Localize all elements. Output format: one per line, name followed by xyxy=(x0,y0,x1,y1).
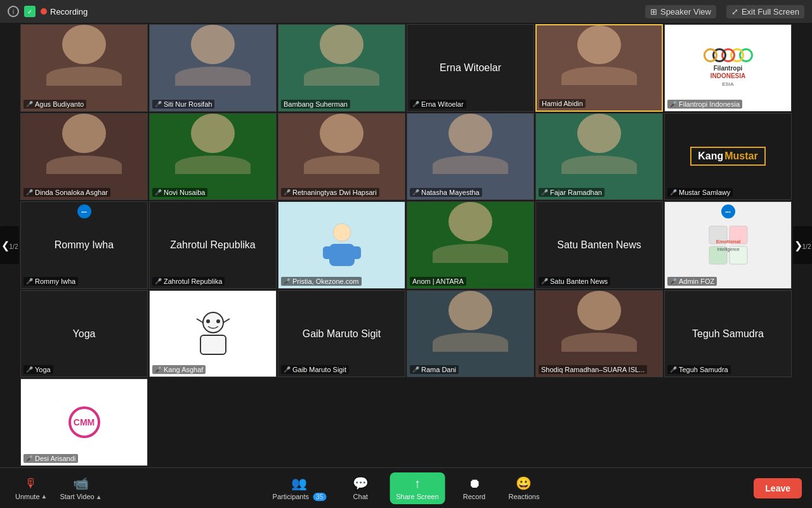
video-cell[interactable]: CMM 🎤Desi Arisandi xyxy=(20,378,148,466)
toolbar-right: Leave xyxy=(754,478,802,498)
mic-icon: 🎤 xyxy=(670,278,677,284)
exit-fullscreen-btn[interactable]: ⤢ Exit Full Screen xyxy=(726,5,804,18)
mic-icon: 🎤 xyxy=(412,189,419,196)
mic-icon: 🎤 xyxy=(155,366,162,373)
unmute-label: Unmute xyxy=(15,493,40,500)
chat-icon: 💬 xyxy=(353,476,369,491)
video-cell[interactable]: 🎤Dinda Sonaloka Asghar xyxy=(20,113,148,201)
mic-icon: 🎤 xyxy=(670,366,677,373)
video-cell[interactable]: Erna Witoelar 🎤Erna Witoelar xyxy=(407,24,534,112)
video-cell[interactable]: 🎤Novi Nusaiba xyxy=(149,113,277,201)
participants-label: Participants 35 xyxy=(273,493,327,500)
leave-button[interactable]: Leave xyxy=(754,478,802,498)
top-bar: i ✓ Recording ⊞ Speaker View ⤢ Exit Full… xyxy=(0,0,812,23)
participant-name-label: 🎤Agus Budiyanto xyxy=(23,100,86,109)
video-cell[interactable]: Shodiq Ramadhan–SUARA ISL... xyxy=(535,290,663,378)
participant-name-label: 🎤Natasha Mayestha xyxy=(410,188,482,197)
mic-icon: 🎤 xyxy=(26,189,33,196)
video-cell[interactable]: 🎤Rama Dani xyxy=(407,290,534,378)
speaker-view-icon: ⊞ xyxy=(650,7,657,17)
more-options-btn[interactable]: ••• xyxy=(721,204,735,218)
svg-point-0 xyxy=(333,224,351,241)
next-page-arrow[interactable]: ❯ 1/2 xyxy=(793,226,812,264)
video-cell[interactable]: Satu Banten News 🎤Satu Banten News xyxy=(535,201,663,289)
video-cell[interactable]: 🎤Pristia, Okezone.com xyxy=(278,201,405,289)
speaker-view-btn[interactable]: ⊞ Speaker View xyxy=(645,5,716,18)
rec-dot xyxy=(41,8,47,15)
mic-icon: 🎤 xyxy=(670,189,677,196)
svg-point-10 xyxy=(203,312,223,333)
recording-indicator: Recording xyxy=(41,7,88,17)
share-screen-icon: ↑ xyxy=(414,476,421,491)
mic-icon: 🎤 xyxy=(284,278,291,284)
participant-name-label: Bambang Suherman xyxy=(281,100,350,109)
video-cell[interactable]: ••• Emotional Intelligence 🎤Admin FOZ xyxy=(664,201,792,289)
participant-name-label: 🎤Desi Arisandi xyxy=(23,454,78,463)
share-screen-label: Share Screen xyxy=(396,493,438,500)
video-cell[interactable]: Yoga 🎤Yoga xyxy=(20,290,148,378)
mic-muted-icon: 🎙 xyxy=(25,476,37,491)
record-icon: ⏺ xyxy=(468,476,481,491)
participant-name-label: 🎤Zahrotul Republika xyxy=(152,277,225,286)
video-arrow: ▲ xyxy=(96,493,102,500)
participant-name-label: 🎤Teguh Samudra xyxy=(667,365,731,374)
participant-name-label: 🎤Novi Nusaiba xyxy=(152,188,207,197)
unmute-button[interactable]: 🎙 Unmute ▲ xyxy=(10,472,52,504)
chat-label: Chat xyxy=(353,493,368,500)
mic-icon: 🎤 xyxy=(26,455,33,462)
video-cell[interactable]: Zahrotul Republika 🎤Zahrotul Republika xyxy=(149,201,277,289)
participant-name-label: 🎤Rommy Iwha xyxy=(23,277,78,286)
participant-name-label: 🎤Dinda Sonaloka Asghar xyxy=(23,188,110,197)
video-cell[interactable]: 🎤Agus Budiyanto xyxy=(20,24,148,112)
record-label: Record xyxy=(463,493,485,500)
video-cell[interactable]: Teguh Samudra 🎤Teguh Samudra xyxy=(664,290,792,378)
participant-name-label: 🎤Satu Banten News xyxy=(539,277,610,286)
mic-icon: 🎤 xyxy=(284,366,291,373)
reactions-button[interactable]: 😀 Reactions xyxy=(504,472,545,504)
top-bar-left: i ✓ Recording xyxy=(8,6,88,17)
prev-page-arrow[interactable]: ❮ 1/2 xyxy=(0,226,19,264)
reactions-icon: 😀 xyxy=(516,476,532,491)
svg-line-12 xyxy=(223,319,230,323)
record-button[interactable]: ⏺ Record xyxy=(455,472,494,504)
participant-name-label: 🎤Mustar Samlawy xyxy=(667,188,733,197)
start-video-label: Start Video xyxy=(60,493,94,500)
mic-icon: 🎤 xyxy=(412,366,419,373)
participants-icon: 👥 xyxy=(291,476,307,491)
mic-icon: 🎤 xyxy=(541,278,548,284)
participant-name-label: 🎤Rama Dani xyxy=(410,365,459,374)
top-bar-right: ⊞ Speaker View ⤢ Exit Full Screen xyxy=(645,5,804,18)
reactions-label: Reactions xyxy=(509,493,540,500)
participant-name-label: 🎤Fajar Ramadhan xyxy=(539,188,605,197)
video-cell[interactable]: Bambang Suherman xyxy=(278,24,405,112)
participant-name-label: 🎤Filantropi Indonesia xyxy=(667,100,742,109)
video-cell[interactable]: Kang Mustar 🎤Mustar Samlawy xyxy=(664,113,792,201)
video-cell[interactable]: ••• Rommy Iwha 🎤Rommy Iwha xyxy=(20,201,148,289)
participants-count: 35 xyxy=(313,493,326,501)
svg-text:Intelligence: Intelligence xyxy=(717,247,740,252)
video-cell[interactable]: FilantropiINDONESIAESIA 🎤Filantropi Indo… xyxy=(664,24,792,112)
participant-name-label: 🎤Siti Nur Rosifah xyxy=(152,100,214,109)
participants-button[interactable]: 👥 Participants 35 xyxy=(268,472,332,504)
video-cell[interactable]: 🎤Retnaningtyas Dwi Hapsari xyxy=(278,113,405,201)
chat-button[interactable]: 💬 Chat xyxy=(341,472,379,504)
video-cell[interactable]: Hamid Abidin xyxy=(535,24,663,112)
info-icon[interactable]: i xyxy=(8,6,19,17)
participant-name-label: 🎤Gaib Maruto Sigit xyxy=(281,365,349,374)
video-cell[interactable]: 🎤Kang Asghaf xyxy=(149,290,277,378)
participant-name-label: 🎤Yoga xyxy=(23,365,53,374)
video-grid-container: ❮ 1/2 🎤Agus Budiyanto 🎤Siti Nur Rosifah … xyxy=(0,23,812,467)
video-cell[interactable]: Anom | ANTARA xyxy=(407,201,534,289)
video-cell[interactable]: 🎤Fajar Ramadhan xyxy=(535,113,663,201)
participant-name-label: Anom | ANTARA xyxy=(410,277,466,286)
participant-name-label: 🎤Erna Witoelar xyxy=(410,100,466,109)
video-cell[interactable]: Gaib Maruto Sigit 🎤Gaib Maruto Sigit xyxy=(278,290,405,378)
start-video-button[interactable]: 📹 Start Video ▲ xyxy=(55,472,107,504)
video-cell[interactable]: 🎤Siti Nur Rosifah xyxy=(149,24,277,112)
exit-fullscreen-icon: ⤢ xyxy=(731,7,738,17)
mic-icon: 🎤 xyxy=(26,366,33,373)
svg-rect-2 xyxy=(323,246,332,259)
share-screen-button[interactable]: ↑ Share Screen xyxy=(390,472,445,504)
video-cell[interactable]: 🎤Natasha Mayestha xyxy=(407,113,534,201)
more-options-btn[interactable]: ••• xyxy=(77,204,91,218)
